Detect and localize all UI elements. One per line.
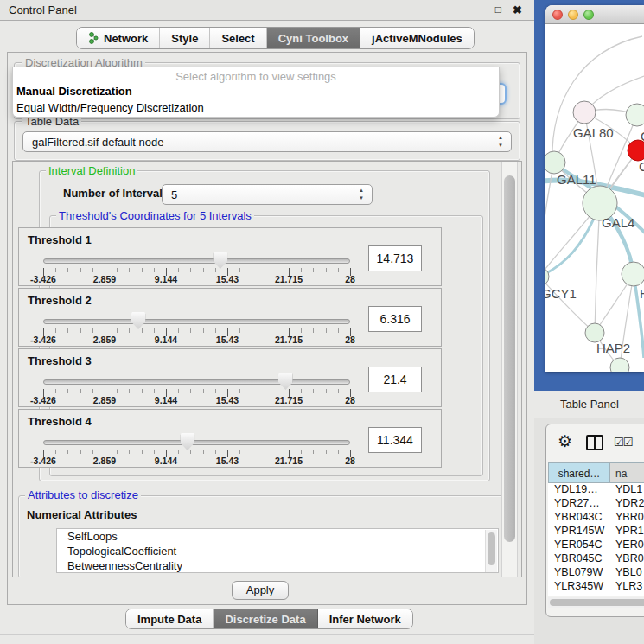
tab-select[interactable]: Select (210, 28, 266, 48)
tab-label: Style (171, 32, 198, 45)
tab-impute-data[interactable]: Impute Data (126, 609, 214, 628)
node (626, 104, 644, 126)
tick-label: -3.426 (30, 395, 56, 405)
apply-button[interactable]: Apply (232, 581, 289, 600)
threshold-row: Threshold 2 -3.4262.8599.14415.4321.7152… (18, 288, 442, 347)
table-toolbar: ⚙ ☑☑ (546, 424, 644, 461)
number-of-intervals-spinner[interactable]: 5 ▲▼ (162, 184, 373, 205)
gear-icon[interactable]: ⚙ (558, 431, 572, 451)
table-cell-shared: YLR345W (548, 580, 610, 594)
split-columns-icon[interactable] (586, 435, 603, 450)
node-label: HAP2 (596, 341, 630, 355)
minimize-traffic-light-icon[interactable] (568, 10, 578, 20)
table-cell-name: YPR1 (610, 525, 644, 539)
tick-label: 15.43 (216, 395, 239, 405)
threshold-label: Threshold 1 (28, 233, 92, 246)
tab-style[interactable]: Style (160, 28, 210, 48)
tick-label: -3.426 (30, 335, 56, 345)
attributes-group-title: Attributes to discretize (25, 489, 141, 501)
slider-tick-labels: -3.4262.8599.14415.4321.71528 (43, 395, 350, 406)
tick-label: 2.859 (93, 335, 116, 345)
threshold-value-field[interactable]: 21.4 (368, 367, 422, 392)
slider-track[interactable] (43, 379, 350, 385)
slider-track[interactable] (43, 258, 350, 264)
threshold-slider[interactable] (43, 317, 350, 326)
close-traffic-light-icon[interactable] (552, 10, 563, 20)
table-panel-section: Table Panel ⚙ ☑☑ shared… na YDL19… YDL1 … (534, 391, 644, 644)
list-scrollbar[interactable] (485, 530, 497, 573)
dropdown-option-manual[interactable]: Manual Discretization (13, 83, 499, 99)
panel-scrollbar-thumb[interactable] (504, 175, 515, 542)
list-item[interactable]: BetweennessCentrality (57, 558, 498, 573)
table-rows: YDL19… YDL1 YDR27… YDR2 YBR043C YBR0 YPR… (548, 483, 644, 596)
tick-label: 9.144 (155, 335, 177, 345)
tick-label: 2.859 (93, 274, 116, 284)
table-row[interactable]: YIL052C YIL0 (548, 594, 644, 596)
table-header-row: shared… na (548, 462, 644, 483)
threshold-slider[interactable] (43, 438, 350, 447)
table-row[interactable]: YLR345W YLR3 (548, 580, 644, 594)
tab-label: Discretize Data (225, 613, 305, 626)
list-item[interactable]: TopologicalCoefficient (57, 544, 498, 558)
slider-thumb-icon[interactable] (213, 252, 227, 269)
threshold-slider[interactable] (43, 378, 350, 386)
slider-thumb-icon[interactable] (278, 373, 293, 390)
threshold-slider[interactable] (43, 257, 350, 265)
network-canvas[interactable]: GAL80 GA C GAL11 GAL4 GCY1 H HAP2 (545, 24, 644, 372)
table-cell-name: YBR0 (610, 552, 644, 566)
table-panel-header: Table Panel (534, 391, 644, 418)
table-cell-shared: YBR045C (548, 552, 610, 566)
node-label: GA (641, 129, 644, 143)
tab-label: Infer Network (329, 613, 401, 626)
table-row[interactable]: YBR045C YBR0 (548, 552, 644, 566)
tab-network[interactable]: Network (77, 28, 160, 48)
slider-thumb-icon[interactable] (180, 433, 194, 450)
tab-discretize-data[interactable]: Discretize Data (214, 609, 317, 628)
zoom-traffic-light-icon[interactable] (583, 10, 594, 20)
column-header-name[interactable]: na (610, 462, 644, 483)
dropdown-prompt: Select algorithm to view settings (13, 67, 499, 83)
table-row[interactable]: YPR145W YPR1 (548, 525, 644, 539)
threshold-value-field[interactable]: 11.344 (368, 427, 422, 453)
threshold-value-field[interactable]: 14.713 (368, 245, 422, 271)
table-cell-name: YDL1 (610, 483, 644, 497)
table-horizontal-scrollbar[interactable] (548, 597, 644, 608)
table-row[interactable]: YDR27… YDR2 (548, 497, 644, 511)
table-row[interactable]: YBR043C YBR0 (548, 511, 644, 525)
table-cell-name: YBR0 (610, 511, 644, 525)
thresholds-group-title: Threshold's Coordinates for 5 Intervals (56, 210, 254, 221)
slider-thumb-icon[interactable] (131, 312, 146, 329)
top-tab-bar: Network Style Select Cyni Toolbox jActiv… (76, 27, 475, 49)
threshold-label: Threshold 3 (28, 354, 92, 367)
node-label: GAL80 (573, 125, 614, 140)
tab-jactivemnodules[interactable]: jActiveMNodules (360, 28, 474, 48)
list-item[interactable]: SelfLoops (57, 529, 498, 544)
table-row[interactable]: YER054C YER0 (548, 539, 644, 552)
tab-cyni-toolbox[interactable]: Cyni Toolbox (267, 28, 360, 48)
dropdown-option-equal-width[interactable]: Equal Width/Frequency Discretization (13, 99, 499, 116)
numerical-attributes-list[interactable]: SelfLoops TopologicalCoefficient Between… (56, 528, 499, 573)
float-window-icon[interactable]: □ (495, 3, 501, 16)
column-header-shared[interactable]: shared… (548, 462, 610, 483)
checkboxes-icon[interactable]: ☑☑ (614, 436, 632, 449)
settings-scrollpane: Interval Definition Number of Intervals … (12, 161, 522, 577)
node-label: GAL4 (602, 215, 634, 230)
panel-scrollbar[interactable] (501, 162, 518, 577)
table-cell-shared: YPR145W (548, 525, 610, 539)
close-icon[interactable]: ✖ (513, 3, 522, 16)
tick-label: 15.43 (216, 274, 239, 284)
tab-label: Cyni Toolbox (278, 32, 348, 45)
slider-track[interactable] (43, 440, 350, 445)
table-row[interactable]: YDL19… YDL1 (548, 483, 644, 497)
slider-track[interactable] (43, 319, 350, 324)
table-data-combobox[interactable]: galFiltered.sif default node ▲▼ (22, 131, 512, 152)
threshold-value-field[interactable]: 6.316 (368, 306, 422, 332)
footer-divider (0, 634, 534, 635)
slider-tick-labels: -3.4262.8599.14415.4321.71528 (43, 456, 350, 467)
tab-infer-network[interactable]: Infer Network (318, 609, 412, 628)
threshold-label: Threshold 2 (28, 294, 92, 307)
table-row[interactable]: YBL079W YBL0 (548, 566, 644, 580)
node (545, 151, 565, 174)
threshold-label: Threshold 4 (28, 415, 92, 428)
table-scrollbar-thumb[interactable] (550, 599, 644, 606)
